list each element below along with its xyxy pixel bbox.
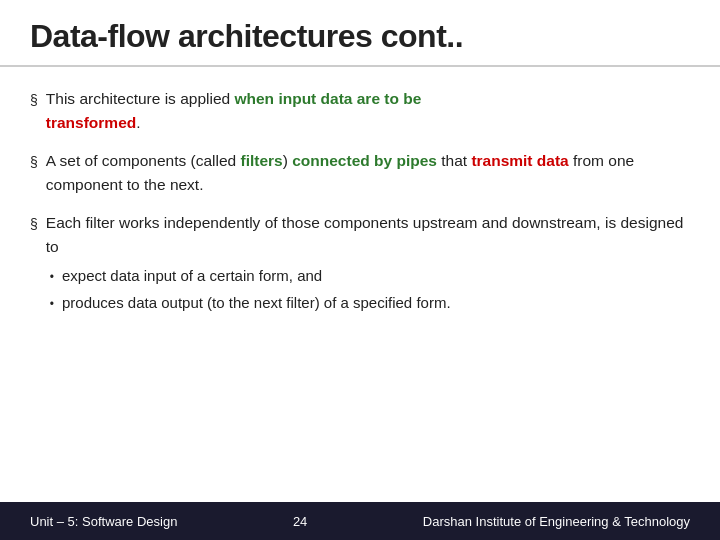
slide-content: § This architecture is applied when inpu… (0, 67, 720, 502)
bullet-item-1: § This architecture is applied when inpu… (30, 87, 690, 135)
highlight-transformed: transformed (46, 114, 136, 131)
footer-page-number: 24 (293, 514, 307, 529)
highlight-when-input: when input data are to be (234, 90, 421, 107)
highlight-transmit-data: transmit data (471, 152, 568, 169)
highlight-filters: filters (241, 152, 283, 169)
sub-bullet-text-1: expect data input of a certain form, and (62, 265, 322, 288)
sub-bullet-dot-1: • (50, 268, 54, 286)
highlight-connected-by-pipes: connected by pipes (292, 152, 437, 169)
sub-bullet-1: • expect data input of a certain form, a… (50, 265, 690, 288)
bullet-text-3: Each filter works independently of those… (46, 211, 690, 314)
sub-bullet-dot-2: • (50, 295, 54, 313)
slide: Data-flow architectures cont.. § This ar… (0, 0, 720, 540)
sub-bullet-2: • produces data output (to the next filt… (50, 292, 690, 315)
bullet-text-2: A set of components (called filters) con… (46, 149, 690, 197)
bullet-icon-2: § (30, 152, 38, 174)
footer-unit: Unit – 5: Software Design (30, 514, 177, 529)
bullet-item-3: § Each filter works independently of tho… (30, 211, 690, 314)
sub-bullet-text-2: produces data output (to the next filter… (62, 292, 451, 315)
slide-title: Data-flow architectures cont.. (30, 18, 690, 55)
footer-institute: Darshan Institute of Engineering & Techn… (423, 514, 690, 529)
bullet-icon-1: § (30, 90, 38, 112)
slide-header: Data-flow architectures cont.. (0, 0, 720, 67)
bullet-icon-3: § (30, 214, 38, 236)
slide-footer: Unit – 5: Software Design 24 Darshan Ins… (0, 502, 720, 540)
sub-bullets: • expect data input of a certain form, a… (50, 265, 690, 314)
bullet-item-2: § A set of components (called filters) c… (30, 149, 690, 197)
bullet-text-1: This architecture is applied when input … (46, 87, 690, 135)
